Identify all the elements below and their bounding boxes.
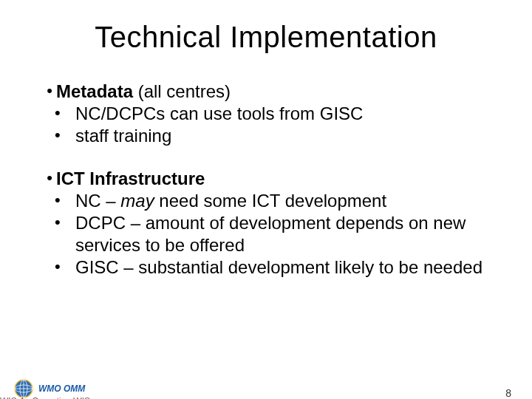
heading-bold: Metadata	[56, 81, 133, 101]
content-group: • ICT Infrastructure • NC – may need som…	[44, 168, 502, 279]
heading-text: ICT Infrastructure	[56, 168, 205, 190]
bullet-icon: •	[44, 81, 55, 102]
item-text: staff training	[75, 125, 502, 147]
list-item: • GISC – substantial development likely …	[55, 256, 502, 279]
list-item: • NC/DCPCs can use tools from GISC	[55, 103, 502, 125]
slide-footer: WMO OMM WIS 4 - Operating WIS 8	[0, 377, 532, 399]
group-heading: • ICT Infrastructure	[44, 168, 502, 190]
item-suffix: need some ICT development	[154, 191, 386, 211]
item-italic: may	[120, 191, 154, 211]
page-number: 8	[505, 387, 511, 399]
slide-content: • Metadata (all centres) • NC/DCPCs can …	[44, 81, 502, 279]
item-text: GISC – substantial development likely to…	[75, 256, 502, 279]
content-group: • Metadata (all centres) • NC/DCPCs can …	[44, 81, 502, 147]
heading-text: Metadata (all centres)	[56, 81, 231, 103]
bullet-icon: •	[55, 125, 75, 146]
slide: Technical Implementation • Metadata (all…	[0, 21, 532, 399]
footer-label: WIS 4 - Operating WIS	[0, 396, 90, 399]
list-item: • staff training	[55, 125, 502, 147]
item-text: DCPC – amount of development depends on …	[75, 212, 502, 256]
bullet-icon: •	[44, 168, 55, 189]
item-prefix: NC –	[75, 191, 120, 211]
bullet-icon: •	[55, 212, 75, 233]
bullet-icon: •	[55, 103, 75, 124]
group-heading: • Metadata (all centres)	[44, 81, 502, 103]
list-item: • DCPC – amount of development depends o…	[55, 212, 502, 256]
item-text: NC – may need some ICT development	[75, 190, 502, 212]
bullet-icon: •	[55, 256, 75, 278]
slide-title: Technical Implementation	[0, 21, 532, 54]
list-item: • NC – may need some ICT development	[55, 190, 502, 212]
logo-text: WMO OMM	[38, 384, 85, 393]
heading-bold: ICT Infrastructure	[56, 168, 205, 188]
bullet-icon: •	[55, 190, 75, 211]
heading-rest: (all centres)	[133, 81, 231, 101]
item-text: NC/DCPCs can use tools from GISC	[75, 103, 502, 125]
